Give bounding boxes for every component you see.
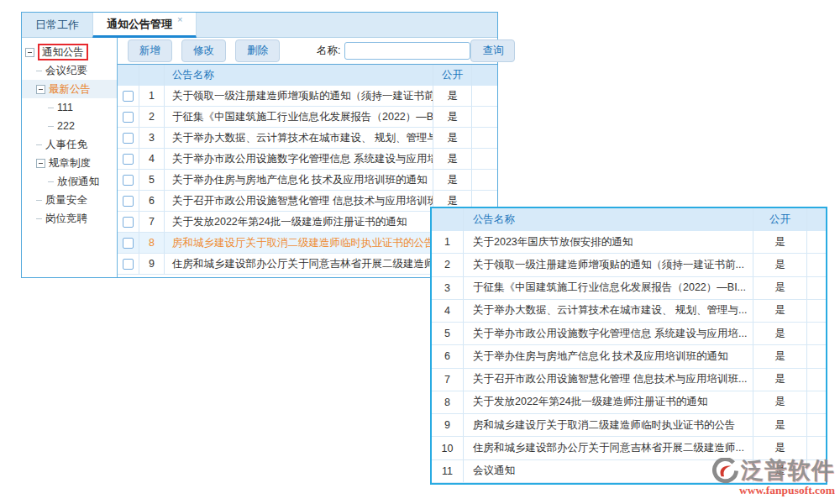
public-flag: 是 (753, 300, 807, 322)
tree-item-label: 111 (57, 102, 73, 113)
notice-category-tree: 通知公告会议纪要最新公告111222人事任免规章制度放假通知质量安全岗位竞聘 (22, 38, 118, 277)
public-flag: 是 (753, 391, 807, 413)
delete-button[interactable]: 删除 (235, 39, 280, 62)
table-row[interactable]: 1关于2023年国庆节放假安排的通知是 (432, 231, 826, 254)
tree-item-label: 岗位竞聘 (45, 212, 87, 226)
row-end-cell (472, 149, 497, 169)
row-checkbox-cell (118, 170, 139, 190)
toolbar: 新增 修改 删除 名称: 查询 (118, 38, 497, 64)
table-row[interactable]: 2于征集《中国建筑施工行业信息化发展报告（2022）—BI...是 (118, 107, 497, 128)
popup-table-header: 公告名称 公开 (432, 208, 826, 231)
tree-item-岗位竞聘[interactable]: 岗位竞聘 (22, 209, 117, 228)
row-checkbox[interactable] (123, 175, 134, 186)
tree-item-label: 最新公告 (49, 82, 91, 97)
table-row[interactable]: 11会议通知是 (432, 460, 826, 483)
tree-item-质量安全[interactable]: 质量安全 (22, 191, 117, 209)
row-number: 1 (432, 231, 464, 253)
row-checkbox[interactable] (123, 154, 134, 165)
tree-connector (36, 144, 42, 145)
popup-header-number-column (432, 208, 464, 231)
tree-connector (48, 181, 54, 182)
query-button[interactable]: 查询 (470, 39, 515, 62)
table-row[interactable]: 3于征集《中国建筑施工行业信息化发展报告（2022）—BI...是 (432, 277, 826, 300)
row-end-cell (807, 300, 826, 322)
table-row[interactable]: 6关于举办住房与房地产信息化 技术及应用培训班的通知是 (432, 345, 826, 368)
row-checkbox[interactable] (123, 259, 134, 270)
close-icon[interactable]: × (177, 14, 182, 24)
tree-item-label: 会议纪要 (45, 64, 87, 78)
name-filter-input[interactable] (344, 42, 470, 60)
row-checkbox-cell (118, 107, 139, 127)
row-checkbox-cell (118, 128, 139, 148)
row-checkbox-cell (118, 254, 139, 274)
table-row[interactable]: 7关于召开市政公用设施智慧化管理 信息技术与应用培训班...是 (432, 369, 826, 391)
tree-item-最新公告[interactable]: 最新公告 (22, 80, 117, 98)
tree-item-规章制度[interactable]: 规章制度 (22, 154, 117, 172)
tab-daily-work[interactable]: 日常工作 (22, 13, 92, 37)
table-row[interactable]: 2关于领取一级注册建造师增项贴的通知（须持一建证书前...是 (432, 254, 826, 276)
tree-item-通知公告[interactable]: 通知公告 (22, 43, 117, 61)
public-flag: 是 (753, 323, 807, 344)
tree-item-放假通知[interactable]: 放假通知 (22, 172, 117, 191)
notice-name: 关于发放2022年第24批一级建造师注册证书的通知 (165, 212, 433, 232)
row-checkbox[interactable] (123, 133, 134, 144)
table-row[interactable]: 9房和城乡建设厅关于取消二级建造师临时执业证书的公告是 (432, 414, 826, 437)
table-row[interactable]: 3关于举办大数据、云计算技术在城市建设、 规划、管理与...是 (118, 128, 497, 149)
add-button[interactable]: 新增 (128, 39, 172, 62)
row-end-cell (472, 170, 497, 190)
table-row[interactable]: 5关于举办市政公用设施数字化管理信息 系统建设与应用培...是 (432, 323, 826, 345)
notice-name: 关于2023年国庆节放假安排的通知 (464, 231, 753, 253)
table-row[interactable]: 8关于发放2022年第24批一级建造师注册证书的通知是 (432, 391, 826, 414)
collapse-icon[interactable] (36, 159, 45, 168)
public-flag: 是 (753, 437, 807, 459)
notice-name: 关于举办住房与房地产信息化 技术及应用培训班的通知 (165, 170, 433, 190)
tree-connector (36, 218, 42, 219)
row-checkbox[interactable] (123, 238, 134, 249)
row-end-cell (807, 414, 826, 436)
row-number: 6 (432, 345, 464, 367)
row-checkbox[interactable] (123, 217, 134, 228)
tab-bar: 日常工作 通知公告管理 × (22, 13, 497, 38)
public-flag: 是 (433, 170, 472, 190)
notice-name: 关于领取一级注册建造师增项贴的通知（须持一建证书前... (165, 86, 433, 106)
row-number: 4 (432, 300, 464, 322)
tree-item-111[interactable]: 111 (22, 98, 117, 117)
tree-connector (48, 126, 54, 127)
public-flag: 是 (753, 414, 807, 436)
row-end-cell (807, 345, 826, 367)
row-checkbox[interactable] (123, 196, 134, 207)
tree-item-label: 通知公告 (38, 44, 88, 60)
notice-name: 关于举办市政公用设施数字化管理信息 系统建设与应用培... (464, 323, 753, 344)
tree-item-label: 规章制度 (49, 156, 91, 171)
row-number: 9 (432, 414, 464, 436)
row-end-cell (807, 437, 826, 459)
table-row[interactable]: 4关于举办市政公用设施数字化管理信息 系统建设与应用培...是 (118, 149, 497, 170)
table-row[interactable]: 10住房和城乡建设部办公厅关于同意吉林省开展二级建造师...是 (432, 437, 826, 459)
row-number: 8 (139, 233, 165, 253)
row-checkbox[interactable] (123, 91, 134, 102)
tab-notice-management[interactable]: 通知公告管理 × (92, 13, 197, 38)
tree-item-label: 222 (57, 120, 75, 132)
row-number: 3 (432, 277, 464, 299)
collapse-icon[interactable] (36, 85, 45, 94)
collapse-icon[interactable] (25, 48, 34, 57)
row-number: 1 (139, 86, 165, 106)
row-checkbox-cell (118, 86, 139, 106)
row-number: 8 (432, 391, 464, 413)
row-checkbox[interactable] (123, 112, 134, 123)
tree-item-222[interactable]: 222 (22, 117, 117, 135)
row-number: 3 (139, 128, 165, 148)
notice-list-popup-table: 公告名称 公开 1关于2023年国庆节放假安排的通知是2关于领取一级注册建造师增… (430, 207, 827, 485)
table-row[interactable]: 1关于领取一级注册建造师增项贴的通知（须持一建证书前...是 (118, 86, 497, 107)
tree-item-会议纪要[interactable]: 会议纪要 (22, 61, 117, 80)
public-flag: 是 (753, 345, 807, 367)
row-number: 9 (139, 254, 165, 274)
notice-name: 关于发放2022年第24批一级建造师注册证书的通知 (464, 391, 753, 413)
row-number: 7 (139, 212, 165, 232)
table-row[interactable]: 5关于举办住房与房地产信息化 技术及应用培训班的通知是 (118, 170, 497, 191)
edit-button[interactable]: 修改 (181, 39, 226, 62)
row-end-cell (472, 107, 497, 127)
tree-item-人事任免[interactable]: 人事任免 (22, 135, 117, 154)
table-row[interactable]: 4关于举办大数据、云计算技术在城市建设、 规划、管理与...是 (432, 300, 826, 323)
row-end-cell (807, 323, 826, 344)
